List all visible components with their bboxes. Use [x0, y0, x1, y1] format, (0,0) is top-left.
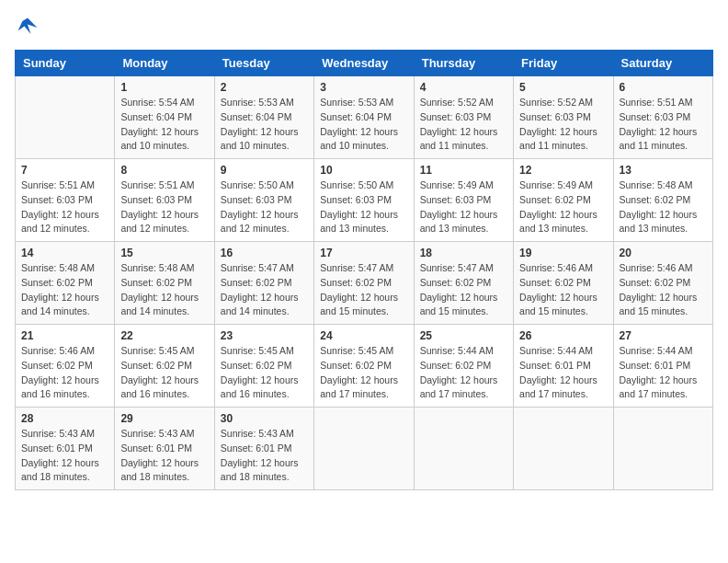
calendar-cell: 21Sunrise: 5:46 AM Sunset: 6:02 PM Dayli… — [16, 325, 115, 408]
page-header — [15, 15, 713, 40]
day-number: 5 — [519, 81, 607, 94]
calendar-col-header: Sunday — [16, 51, 115, 76]
day-info: Sunrise: 5:44 AM Sunset: 6:01 PM Dayligh… — [620, 344, 707, 402]
day-number: 9 — [221, 164, 308, 177]
day-number: 2 — [221, 81, 308, 94]
calendar-cell: 13Sunrise: 5:48 AM Sunset: 6:02 PM Dayli… — [613, 159, 712, 242]
calendar-cell: 26Sunrise: 5:44 AM Sunset: 6:01 PM Dayli… — [514, 325, 613, 408]
calendar-cell: 12Sunrise: 5:49 AM Sunset: 6:02 PM Dayli… — [514, 159, 613, 242]
day-number: 1 — [120, 81, 208, 94]
day-info: Sunrise: 5:45 AM Sunset: 6:02 PM Dayligh… — [320, 344, 407, 402]
calendar-cell: 30Sunrise: 5:43 AM Sunset: 6:01 PM Dayli… — [214, 408, 313, 490]
calendar-cell: 8Sunrise: 5:51 AM Sunset: 6:03 PM Daylig… — [115, 159, 214, 242]
calendar-cell — [414, 408, 513, 490]
day-info: Sunrise: 5:53 AM Sunset: 6:04 PM Dayligh… — [221, 96, 308, 154]
day-info: Sunrise: 5:49 AM Sunset: 6:02 PM Dayligh… — [519, 178, 607, 236]
day-info: Sunrise: 5:51 AM Sunset: 6:03 PM Dayligh… — [21, 178, 108, 236]
day-number: 23 — [221, 329, 308, 342]
calendar-col-header: Saturday — [613, 51, 712, 76]
day-number: 25 — [420, 329, 507, 342]
calendar-cell: 2Sunrise: 5:53 AM Sunset: 6:04 PM Daylig… — [214, 76, 313, 159]
day-number: 6 — [620, 81, 707, 94]
svg-marker-0 — [18, 18, 38, 35]
calendar-cell — [514, 408, 613, 490]
calendar-cell: 17Sunrise: 5:47 AM Sunset: 6:02 PM Dayli… — [314, 242, 414, 325]
calendar-cell: 22Sunrise: 5:45 AM Sunset: 6:02 PM Dayli… — [115, 325, 214, 408]
day-info: Sunrise: 5:53 AM Sunset: 6:04 PM Dayligh… — [320, 96, 407, 154]
calendar-cell: 16Sunrise: 5:47 AM Sunset: 6:02 PM Dayli… — [214, 242, 313, 325]
calendar-cell: 23Sunrise: 5:45 AM Sunset: 6:02 PM Dayli… — [214, 325, 313, 408]
day-info: Sunrise: 5:50 AM Sunset: 6:03 PM Dayligh… — [221, 178, 308, 236]
calendar-cell: 25Sunrise: 5:44 AM Sunset: 6:02 PM Dayli… — [414, 325, 513, 408]
calendar-cell: 6Sunrise: 5:51 AM Sunset: 6:03 PM Daylig… — [613, 76, 712, 159]
day-info: Sunrise: 5:44 AM Sunset: 6:02 PM Dayligh… — [420, 344, 507, 402]
calendar-week-row: 28Sunrise: 5:43 AM Sunset: 6:01 PM Dayli… — [16, 408, 713, 490]
day-info: Sunrise: 5:49 AM Sunset: 6:03 PM Dayligh… — [420, 178, 507, 236]
day-number: 20 — [620, 247, 707, 259]
calendar-cell: 18Sunrise: 5:47 AM Sunset: 6:02 PM Dayli… — [414, 242, 513, 325]
calendar-cell — [613, 408, 712, 490]
calendar-week-row: 14Sunrise: 5:48 AM Sunset: 6:02 PM Dayli… — [16, 242, 713, 325]
day-number: 30 — [221, 412, 308, 425]
calendar-cell: 3Sunrise: 5:53 AM Sunset: 6:04 PM Daylig… — [314, 76, 414, 159]
day-number: 24 — [320, 329, 407, 342]
day-info: Sunrise: 5:45 AM Sunset: 6:02 PM Dayligh… — [221, 344, 308, 402]
calendar-cell: 9Sunrise: 5:50 AM Sunset: 6:03 PM Daylig… — [214, 159, 313, 242]
logo-icon — [15, 15, 40, 40]
day-info: Sunrise: 5:43 AM Sunset: 6:01 PM Dayligh… — [21, 427, 108, 485]
day-number: 29 — [120, 412, 208, 425]
day-number: 27 — [620, 329, 707, 342]
day-number: 28 — [21, 412, 108, 425]
calendar-cell: 29Sunrise: 5:43 AM Sunset: 6:01 PM Dayli… — [115, 408, 214, 490]
day-info: Sunrise: 5:47 AM Sunset: 6:02 PM Dayligh… — [420, 261, 507, 319]
calendar-cell: 28Sunrise: 5:43 AM Sunset: 6:01 PM Dayli… — [16, 408, 115, 490]
calendar-col-header: Friday — [514, 51, 613, 76]
day-number: 16 — [221, 247, 308, 259]
calendar-cell: 10Sunrise: 5:50 AM Sunset: 6:03 PM Dayli… — [314, 159, 414, 242]
calendar-cell: 7Sunrise: 5:51 AM Sunset: 6:03 PM Daylig… — [16, 159, 115, 242]
day-info: Sunrise: 5:50 AM Sunset: 6:03 PM Dayligh… — [320, 178, 407, 236]
calendar-week-row: 7Sunrise: 5:51 AM Sunset: 6:03 PM Daylig… — [16, 159, 713, 242]
day-number: 18 — [420, 247, 507, 259]
day-info: Sunrise: 5:51 AM Sunset: 6:03 PM Dayligh… — [120, 178, 208, 236]
day-number: 26 — [519, 329, 607, 342]
calendar-col-header: Thursday — [414, 51, 513, 76]
calendar-cell: 24Sunrise: 5:45 AM Sunset: 6:02 PM Dayli… — [314, 325, 414, 408]
calendar-cell: 15Sunrise: 5:48 AM Sunset: 6:02 PM Dayli… — [115, 242, 214, 325]
calendar-cell: 20Sunrise: 5:46 AM Sunset: 6:02 PM Dayli… — [613, 242, 712, 325]
calendar-cell: 1Sunrise: 5:54 AM Sunset: 6:04 PM Daylig… — [115, 76, 214, 159]
day-info: Sunrise: 5:46 AM Sunset: 6:02 PM Dayligh… — [21, 344, 108, 402]
day-info: Sunrise: 5:52 AM Sunset: 6:03 PM Dayligh… — [519, 96, 607, 154]
day-info: Sunrise: 5:43 AM Sunset: 6:01 PM Dayligh… — [120, 427, 208, 485]
calendar-cell — [314, 408, 414, 490]
day-number: 10 — [320, 164, 407, 177]
day-number: 21 — [21, 329, 108, 342]
calendar-cell: 19Sunrise: 5:46 AM Sunset: 6:02 PM Dayli… — [514, 242, 613, 325]
day-number: 11 — [420, 164, 507, 177]
day-number: 4 — [420, 81, 507, 94]
calendar-col-header: Tuesday — [214, 51, 313, 76]
day-number: 8 — [120, 164, 208, 177]
day-number: 3 — [320, 81, 407, 94]
day-info: Sunrise: 5:47 AM Sunset: 6:02 PM Dayligh… — [320, 261, 407, 319]
logo — [15, 15, 44, 40]
day-number: 7 — [21, 164, 108, 177]
day-number: 17 — [320, 247, 407, 259]
day-number: 15 — [120, 247, 208, 259]
calendar-week-row: 1Sunrise: 5:54 AM Sunset: 6:04 PM Daylig… — [16, 76, 713, 159]
day-info: Sunrise: 5:52 AM Sunset: 6:03 PM Dayligh… — [420, 96, 507, 154]
calendar-cell: 27Sunrise: 5:44 AM Sunset: 6:01 PM Dayli… — [613, 325, 712, 408]
day-number: 14 — [21, 247, 108, 259]
day-info: Sunrise: 5:48 AM Sunset: 6:02 PM Dayligh… — [120, 261, 208, 319]
calendar-col-header: Wednesday — [314, 51, 414, 76]
calendar-cell: 14Sunrise: 5:48 AM Sunset: 6:02 PM Dayli… — [16, 242, 115, 325]
calendar-cell: 5Sunrise: 5:52 AM Sunset: 6:03 PM Daylig… — [514, 76, 613, 159]
calendar-cell: 11Sunrise: 5:49 AM Sunset: 6:03 PM Dayli… — [414, 159, 513, 242]
day-number: 22 — [120, 329, 208, 342]
day-info: Sunrise: 5:48 AM Sunset: 6:02 PM Dayligh… — [21, 261, 108, 319]
day-info: Sunrise: 5:46 AM Sunset: 6:02 PM Dayligh… — [620, 261, 707, 319]
calendar-header-row: SundayMondayTuesdayWednesdayThursdayFrid… — [16, 51, 713, 76]
day-info: Sunrise: 5:54 AM Sunset: 6:04 PM Dayligh… — [120, 96, 208, 154]
calendar-cell — [16, 76, 115, 159]
day-info: Sunrise: 5:43 AM Sunset: 6:01 PM Dayligh… — [221, 427, 308, 485]
